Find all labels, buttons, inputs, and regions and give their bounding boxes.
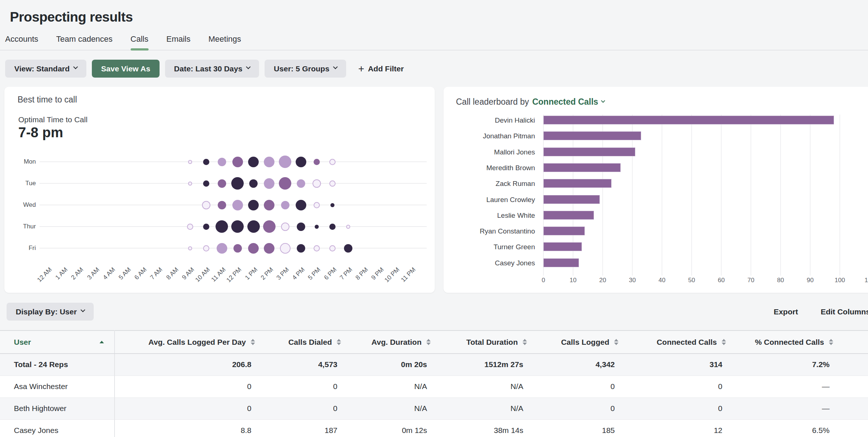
metric-cell: — <box>736 397 843 419</box>
tab-emails[interactable]: Emails <box>167 34 191 50</box>
column-header-total-duration[interactable]: Total Duration <box>441 330 537 354</box>
metric-cell: 206.8 <box>115 354 265 376</box>
view-filter[interactable]: View: Standard <box>5 60 86 78</box>
sort-icon <box>337 339 341 345</box>
metric-cell: N/A <box>441 397 537 419</box>
call-volume-dot <box>264 157 274 167</box>
save-view-as-button[interactable]: Save View As <box>92 60 159 78</box>
call-volume-dot <box>218 158 226 166</box>
chevron-down-icon <box>73 64 78 69</box>
column-header-connected-calls[interactable]: Connected Calls <box>629 330 736 354</box>
x-gridline <box>691 115 692 276</box>
metric-cell: 0 <box>537 376 629 397</box>
column-header-calls-logged[interactable]: Calls Logged <box>537 330 629 354</box>
user-filter[interactable]: User: 5 Groups <box>265 60 346 78</box>
leaderboard-name-label: Zack Ruman <box>444 180 535 188</box>
x-tick-label: 50 <box>688 277 695 284</box>
tab-meetings[interactable]: Meetings <box>209 34 241 50</box>
call-volume-dot <box>202 201 210 209</box>
column-header-calls-dialed[interactable]: Calls Dialed <box>265 330 351 354</box>
leaderboard-bar <box>543 227 585 235</box>
call-volume-dot <box>297 244 305 253</box>
tab-bar: AccountsTeam cadencesCallsEmailsMeetings <box>0 34 868 51</box>
call-volume-dot <box>188 182 192 186</box>
column-header-label: Connected Calls <box>656 338 717 347</box>
sort-icon <box>722 339 726 345</box>
table-row[interactable]: Beth Hightower00N/AN/A00— <box>0 397 868 419</box>
call-volume-dot <box>329 224 336 230</box>
column-header-user[interactable]: User <box>0 330 115 354</box>
leaderboard-title: Call leaderboard by Connected Calls <box>456 97 605 107</box>
hour-axis-label: 7 PM <box>338 266 354 281</box>
metric-cell: 0 <box>115 397 265 419</box>
hour-axis-label: 3 PM <box>275 266 291 281</box>
call-volume-dot <box>187 224 193 230</box>
leaderboard-name-label: Jonathan Pitman <box>444 132 535 140</box>
edit-columns-button[interactable]: Edit Columns <box>821 307 868 316</box>
call-volume-dot <box>329 180 336 187</box>
day-label-mon: Mon <box>13 158 36 165</box>
column-header-label: User <box>14 338 31 347</box>
call-volume-dot <box>248 200 259 210</box>
call-volume-dot <box>315 225 319 229</box>
display-by-dropdown[interactable]: Display By: User <box>7 303 94 321</box>
call-volume-dot <box>281 201 289 209</box>
hour-axis-label: 11 AM <box>210 266 227 283</box>
hour-axis-label: 2 PM <box>259 266 275 281</box>
call-volume-dot <box>248 157 259 167</box>
date-filter[interactable]: Date: Last 30 Days <box>165 60 259 78</box>
x-tick-label: 20 <box>599 277 606 284</box>
hour-axis-label: 12 AM <box>36 266 53 284</box>
best-time-to-call-card: Best time to call Optimal Time to Call 7… <box>4 87 435 293</box>
export-button[interactable]: Export <box>774 307 798 316</box>
filter-row: View: StandardSave View AsDate: Last 30 … <box>5 60 868 78</box>
metric-cell <box>843 397 868 419</box>
leaderboard-bar <box>543 258 579 267</box>
sort-icon <box>523 339 527 345</box>
column-header-avg-duration[interactable]: Avg. Duration <box>351 330 441 354</box>
leaderboard-name-label: Ryan Constantino <box>444 227 535 235</box>
tab-team-cadences[interactable]: Team cadences <box>56 34 113 50</box>
plus-icon: + <box>358 64 364 74</box>
column-header-avg-calls-logged-per-day[interactable]: Avg. Calls Logged Per Day <box>115 330 265 354</box>
table-row[interactable]: Asa Winchester00N/AN/A00— <box>0 376 868 397</box>
call-volume-dot <box>188 160 192 164</box>
leaderboard-bar-chart: 0102030405060708090100110Devin HalickiJo… <box>444 115 868 290</box>
metric-cell: 0 <box>265 376 351 397</box>
leaderboard-bar <box>543 179 611 188</box>
metric-cell: 8.8 <box>115 419 265 437</box>
table-row[interactable]: Casey Jones8.81870m 12s38m 14s185126.5% <box>0 419 868 437</box>
call-volume-dot <box>231 220 244 233</box>
table-row[interactable]: Total - 24 Reps206.84,5730m 20s1512m 27s… <box>0 354 868 376</box>
leaderboard-metric-dropdown[interactable]: Connected Calls <box>532 97 604 107</box>
results-table: UserAvg. Calls Logged Per DayCalls Diale… <box>0 330 868 437</box>
x-tick-label: 90 <box>807 277 814 284</box>
call-volume-dot <box>203 180 209 187</box>
page-title: Prospecting results <box>10 10 868 25</box>
column-header-label: Total Duration <box>466 338 518 347</box>
metric-cell: 0 <box>265 397 351 419</box>
metric-cell: 0 <box>537 397 629 419</box>
call-volume-dot <box>330 203 334 207</box>
leaderboard-bar <box>543 211 594 220</box>
leaderboard-title-prefix: Call leaderboard by <box>456 97 529 107</box>
x-gridline <box>751 115 751 276</box>
metric-cell: 1512m 27s <box>441 354 537 376</box>
hour-axis-label: 1 PM <box>243 266 259 281</box>
column-header-label: Calls Dialed <box>288 338 332 347</box>
column-header--connected-calls[interactable]: % Connected Calls <box>736 330 843 354</box>
x-tick-label: 30 <box>629 277 636 284</box>
hour-axis-label: 2 AM <box>70 266 85 281</box>
metric-cell: 187 <box>265 419 351 437</box>
tab-calls[interactable]: Calls <box>131 34 149 50</box>
column-header-label: Avg. Calls Logged Per Day <box>149 338 246 347</box>
chevron-down-icon <box>333 64 338 69</box>
add-filter-button[interactable]: +Add Filter <box>352 60 410 78</box>
call-volume-dot <box>346 225 350 229</box>
x-tick-label: 0 <box>542 277 545 284</box>
tab-accounts[interactable]: Accounts <box>5 34 38 50</box>
metric-cell <box>843 354 868 376</box>
metric-cell: 12 <box>629 419 736 437</box>
call-volume-dot <box>218 201 226 209</box>
best-time-bubble-chart: MonTueWedThurFri12 AM1 AM2 AM3 AM4 AM5 A… <box>13 154 430 291</box>
